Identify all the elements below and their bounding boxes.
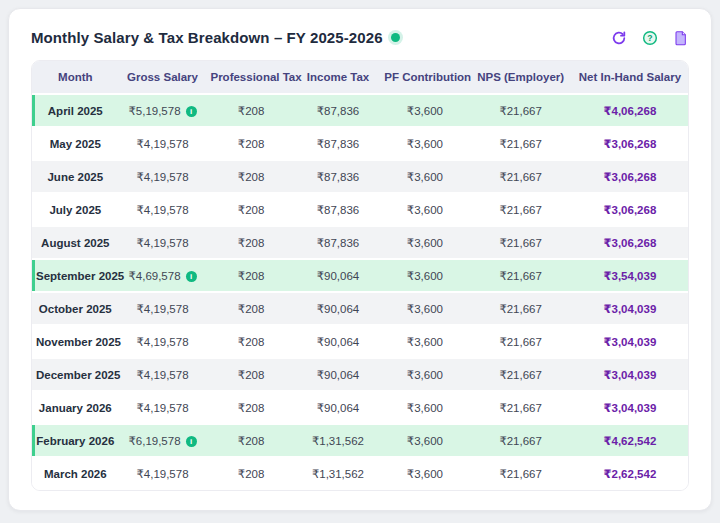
cell-income-tax-value: ₹87,836 — [317, 105, 360, 117]
cell-month: July 2025 — [32, 193, 119, 226]
cell-income-tax: ₹90,064 — [296, 292, 381, 325]
info-icon[interactable]: i — [186, 271, 197, 282]
cell-income-tax: ₹87,836 — [296, 226, 381, 259]
column-header-income-tax: Income Tax — [296, 61, 381, 94]
cell-income-tax-value: ₹90,064 — [317, 270, 360, 282]
cell-nps-employer: ₹21,667 — [469, 424, 571, 457]
cell-nps-employer-value: ₹21,667 — [499, 303, 542, 315]
cell-net-in-hand-value: ₹3,04,039 — [604, 303, 657, 315]
cell-income-tax-value: ₹87,836 — [317, 204, 360, 216]
cell-professional-tax-value: ₹208 — [238, 435, 265, 447]
cell-month: April 2025 — [32, 94, 119, 127]
cell-professional-tax-value: ₹208 — [238, 303, 265, 315]
cell-professional-tax-value: ₹208 — [238, 171, 265, 183]
cell-nps-employer-value: ₹21,667 — [499, 468, 542, 480]
cell-net-in-hand-value: ₹3,04,039 — [604, 369, 657, 381]
cell-pf-contribution: ₹3,600 — [380, 94, 469, 127]
cell-pf-contribution-value: ₹3,600 — [407, 435, 443, 447]
cell-pf-contribution: ₹3,600 — [380, 457, 469, 490]
cell-professional-tax: ₹208 — [206, 424, 295, 457]
cell-income-tax: ₹87,836 — [296, 160, 381, 193]
cell-professional-tax: ₹208 — [206, 94, 295, 127]
cell-gross-salary: ₹4,19,578 — [119, 391, 207, 424]
cell-net-in-hand-value: ₹3,06,268 — [604, 237, 657, 249]
cell-nps-employer: ₹21,667 — [469, 292, 571, 325]
table-row: January 2026₹4,19,578₹208₹90,064₹3,600₹2… — [32, 391, 688, 424]
cell-gross-salary-value: ₹4,19,578 — [136, 303, 188, 315]
table-row: May 2025₹4,19,578₹208₹87,836₹3,600₹21,66… — [32, 127, 688, 160]
column-header-gross-salary: Gross Salary — [119, 61, 207, 94]
cell-pf-contribution: ₹3,600 — [380, 193, 469, 226]
cell-professional-tax-value: ₹208 — [238, 369, 265, 381]
cell-month-value: September 2025 — [36, 270, 124, 282]
cell-gross-salary: ₹4,19,578 — [119, 325, 207, 358]
cell-pf-contribution-value: ₹3,600 — [407, 171, 443, 183]
help-icon: ? — [642, 30, 658, 46]
cell-income-tax: ₹90,064 — [296, 325, 381, 358]
cell-net-in-hand-value: ₹3,06,268 — [604, 171, 657, 183]
help-button[interactable]: ? — [641, 29, 658, 46]
cell-pf-contribution: ₹3,600 — [380, 358, 469, 391]
cell-net-in-hand-value: ₹3,04,039 — [604, 402, 657, 414]
cell-nps-employer: ₹21,667 — [469, 94, 571, 127]
cell-professional-tax: ₹208 — [206, 325, 295, 358]
cell-pf-contribution: ₹3,600 — [380, 160, 469, 193]
cell-income-tax: ₹90,064 — [296, 259, 381, 292]
cell-professional-tax: ₹208 — [206, 358, 295, 391]
cell-month-value: April 2025 — [48, 105, 103, 117]
info-icon[interactable]: i — [186, 106, 197, 117]
salary-table-container: Month Gross Salary Professional Tax Inco… — [31, 60, 689, 491]
cell-gross-salary-value: ₹4,19,578 — [136, 171, 188, 183]
cell-month: May 2025 — [32, 127, 119, 160]
table-row: October 2025₹4,19,578₹208₹90,064₹3,600₹2… — [32, 292, 688, 325]
cell-month: June 2025 — [32, 160, 119, 193]
cell-income-tax-value: ₹87,836 — [317, 138, 360, 150]
cell-gross-salary-value: ₹4,19,578 — [136, 237, 188, 249]
salary-table: Month Gross Salary Professional Tax Inco… — [32, 61, 688, 490]
table-row: November 2025₹4,19,578₹208₹90,064₹3,600₹… — [32, 325, 688, 358]
report-button[interactable] — [672, 29, 689, 46]
cell-gross-salary: ₹4,19,578 — [119, 457, 207, 490]
cell-gross-salary-value: ₹4,19,578 — [136, 138, 188, 150]
column-header-professional-tax: Professional Tax — [206, 61, 295, 94]
cell-month-value: January 2026 — [39, 402, 112, 414]
cell-nps-employer-value: ₹21,667 — [499, 237, 542, 249]
page-title: Monthly Salary & Tax Breakdown – FY 2025… — [31, 29, 383, 46]
cell-nps-employer: ₹21,667 — [469, 127, 571, 160]
table-row: August 2025₹4,19,578₹208₹87,836₹3,600₹21… — [32, 226, 688, 259]
cell-net-in-hand: ₹4,62,542 — [572, 424, 688, 457]
cell-income-tax-value: ₹87,836 — [317, 171, 360, 183]
cell-nps-employer-value: ₹21,667 — [499, 336, 542, 348]
cell-net-in-hand-value: ₹3,06,268 — [604, 204, 657, 216]
cell-professional-tax-value: ₹208 — [238, 402, 265, 414]
cell-income-tax-value: ₹90,064 — [317, 303, 360, 315]
table-row: February 2026₹6,19,578i₹208₹1,31,562₹3,6… — [32, 424, 688, 457]
svg-text:?: ? — [647, 33, 652, 43]
cell-professional-tax: ₹208 — [206, 193, 295, 226]
table-row: April 2025₹5,19,578i₹208₹87,836₹3,600₹21… — [32, 94, 688, 127]
table-row: June 2025₹4,19,578₹208₹87,836₹3,600₹21,6… — [32, 160, 688, 193]
table-row: September 2025₹4,69,578i₹208₹90,064₹3,60… — [32, 259, 688, 292]
cell-professional-tax: ₹208 — [206, 160, 295, 193]
info-icon[interactable]: i — [186, 436, 197, 447]
column-header-pf-contribution: PF Contribution — [380, 61, 469, 94]
cell-month-value: July 2025 — [49, 204, 101, 216]
cell-professional-tax: ₹208 — [206, 226, 295, 259]
cell-month: December 2025 — [32, 358, 119, 391]
cell-gross-salary-value: ₹5,19,578 — [128, 105, 180, 117]
cell-professional-tax-value: ₹208 — [238, 270, 265, 282]
cell-gross-salary-value: ₹4,19,578 — [136, 204, 188, 216]
cell-month-value: December 2025 — [36, 369, 120, 381]
cell-income-tax-value: ₹90,064 — [317, 402, 360, 414]
cell-income-tax: ₹87,836 — [296, 127, 381, 160]
refresh-button[interactable] — [610, 29, 627, 46]
cell-professional-tax: ₹208 — [206, 292, 295, 325]
cell-pf-contribution-value: ₹3,600 — [407, 237, 443, 249]
cell-net-in-hand-value: ₹3,04,039 — [604, 336, 657, 348]
report-document-icon — [673, 30, 689, 46]
cell-professional-tax-value: ₹208 — [238, 138, 265, 150]
cell-nps-employer: ₹21,667 — [469, 325, 571, 358]
cell-pf-contribution-value: ₹3,600 — [407, 402, 443, 414]
salary-breakdown-card: Monthly Salary & Tax Breakdown – FY 2025… — [8, 8, 712, 511]
cell-nps-employer: ₹21,667 — [469, 457, 571, 490]
